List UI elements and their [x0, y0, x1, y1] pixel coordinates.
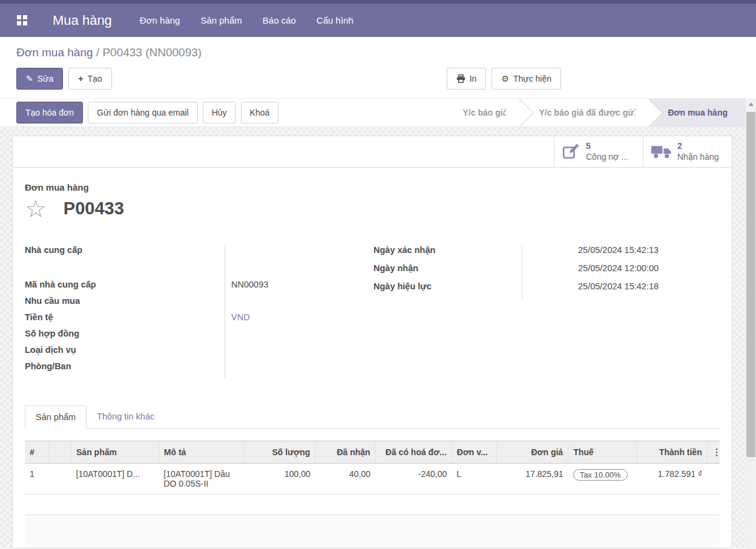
- col-header-index[interactable]: #: [25, 441, 48, 464]
- field-label-receipt-date: Ngày nhận: [373, 263, 522, 281]
- apps-grid-icon[interactable]: [17, 15, 27, 25]
- lock-button[interactable]: Khoá: [241, 102, 279, 123]
- order-lines-table: # Sản phẩm Mô tả Số lượng Đã nhận Đã có …: [25, 441, 720, 495]
- field-value-service-type[interactable]: [225, 345, 359, 361]
- cell-subtotal[interactable]: 1.782.591 ₫: [637, 464, 707, 495]
- status-step-rfq-sent[interactable]: Y/c báo giá đã được gửi: [519, 99, 648, 127]
- cell-quantity[interactable]: 100,00: [244, 464, 315, 495]
- document-type-label: Đơn mua hàng: [25, 182, 720, 192]
- cell-received[interactable]: 40,00: [315, 464, 375, 495]
- field-label-contract-number: Số hợp đồng: [25, 329, 225, 345]
- cell-invoiced[interactable]: -240,00: [375, 464, 452, 495]
- smart-button-debt-label: Công nợ ...: [586, 152, 628, 163]
- col-header-handle: [48, 441, 71, 464]
- field-label-vendor-code: Mã nhà cung cấp: [25, 280, 225, 296]
- pencil-icon: ✎: [26, 74, 33, 83]
- field-value-vendor-code[interactable]: NN00093: [225, 280, 359, 296]
- field-label-currency: Tiền tệ: [25, 312, 225, 329]
- field-label-service-type: Loại dịch vụ: [25, 345, 225, 361]
- plus-icon: +: [78, 74, 83, 83]
- tab-products[interactable]: Sản phẩm: [25, 406, 87, 429]
- field-groups: Nhà cung cấp Mã nhà cung cấp NN00093 Nhu…: [25, 245, 720, 378]
- cell-handle[interactable]: [48, 464, 71, 495]
- breadcrumb-parent-link[interactable]: Đơn mua hàng: [16, 46, 93, 59]
- col-header-uom[interactable]: Đơn v...: [452, 441, 496, 464]
- col-header-subtotal[interactable]: Thành tiền: [637, 441, 707, 464]
- print-button[interactable]: In: [447, 68, 487, 90]
- cancel-button[interactable]: Hủy: [203, 102, 236, 123]
- col-header-product[interactable]: Sản phẩm: [71, 441, 159, 464]
- col-header-description[interactable]: Mô tả: [159, 441, 244, 464]
- smart-button-debt[interactable]: 5 Công nợ ...: [554, 136, 643, 167]
- sheet: 5 Công nợ ... 2 Nhận hàng: [12, 136, 732, 548]
- field-label-vendor: Nhà cung cấp: [25, 245, 225, 280]
- truck-icon: [651, 144, 671, 160]
- cell-uom[interactable]: L: [452, 464, 496, 495]
- field-value-receipt-date[interactable]: 25/05/2024 12:00:00: [522, 263, 720, 281]
- col-header-unit-price[interactable]: Đơn giá: [497, 441, 568, 464]
- field-group-left: Nhà cung cấp Mã nhà cung cấp NN00093 Nhu…: [25, 245, 359, 378]
- scroll-up-icon: [749, 102, 754, 106]
- field-value-department[interactable]: [225, 361, 359, 378]
- totals-section: [25, 514, 720, 548]
- create-invoice-button[interactable]: Tạo hóa đơn: [16, 102, 83, 123]
- col-header-tax[interactable]: Thuế: [568, 441, 637, 464]
- table-row[interactable]: 1 [10AT0001T] D... [10AT0001T] Dầu DO 0.…: [25, 464, 720, 495]
- col-header-invoiced[interactable]: Đã có hoá đơ...: [375, 441, 452, 464]
- scrollbar-thumb[interactable]: [746, 112, 755, 457]
- field-value-confirm-date[interactable]: 25/05/2024 15:42:13: [522, 245, 720, 263]
- tab-other-info[interactable]: Thông tin khác: [87, 406, 165, 428]
- pencil-square-icon: [562, 143, 580, 160]
- control-panel-buttons: ✎ Sửa + Tạo In ⚙ Thực: [0, 68, 756, 90]
- breadcrumb-separator: /: [93, 46, 103, 59]
- document-name: P00433: [64, 199, 124, 219]
- cell-product[interactable]: [10AT0001T] D...: [71, 464, 159, 495]
- navbar: Mua hàng Đơn hàng Sản phẩm Báo cáo Cấu h…: [0, 4, 756, 37]
- vertical-scrollbar[interactable]: [746, 99, 756, 549]
- field-value-contract-number[interactable]: [225, 329, 359, 345]
- col-header-quantity[interactable]: Số lượng: [244, 441, 315, 464]
- action-button[interactable]: ⚙ Thực hiện: [491, 68, 561, 90]
- tax-badge: Tax 10.00%: [573, 469, 628, 481]
- smart-button-receipts-label: Nhận hàng: [677, 152, 719, 163]
- breadcrumb: Đơn mua hàng / P00433 (NN00093): [0, 45, 756, 61]
- create-button[interactable]: + Tạo: [68, 68, 111, 90]
- notebook-tabs: Sản phẩm Thông tin khác: [25, 406, 720, 429]
- table-header-row: # Sản phẩm Mô tả Số lượng Đã nhận Đã có …: [25, 441, 720, 464]
- field-label-purchase-request: Nhu cầu mua: [25, 296, 225, 312]
- smart-button-box: 5 Công nợ ... 2 Nhận hàng: [13, 136, 732, 168]
- statusbar: Tạo hóa đơn Gửi đơn hàng qua email Hủy K…: [0, 98, 746, 127]
- form-view-background: 5 Công nợ ... 2 Nhận hàng: [0, 127, 746, 548]
- status-pipeline: Y/c báo giá Y/c báo giá đã được gửi Đơn …: [444, 99, 746, 127]
- smart-button-receipts-count: 2: [677, 141, 719, 152]
- control-panel: Đơn mua hàng / P00433 (NN00093) ✎ Sửa + …: [0, 37, 756, 98]
- field-value-purchase-request[interactable]: [225, 296, 359, 312]
- column-options-icon[interactable]: ⋮: [712, 447, 720, 457]
- cell-unit-price[interactable]: 17.825,91: [497, 464, 568, 495]
- field-value-vendor[interactable]: [225, 245, 359, 280]
- nav-item-bao-cao[interactable]: Báo cáo: [263, 15, 296, 25]
- smart-button-debt-count: 5: [586, 141, 628, 152]
- field-value-currency[interactable]: VND: [225, 312, 359, 329]
- nav-item-san-pham[interactable]: Sản phẩm: [200, 15, 242, 25]
- field-value-effective-date[interactable]: 25/05/2024 15:42:18: [522, 281, 720, 300]
- printer-icon: [456, 74, 465, 83]
- edit-button[interactable]: ✎ Sửa: [16, 68, 63, 90]
- col-header-received[interactable]: Đã nhận: [315, 441, 375, 464]
- breadcrumb-current: P00433 (NN00093): [102, 46, 202, 59]
- field-group-right: Ngày xác nhận 25/05/2024 15:42:13 Ngày n…: [373, 245, 720, 378]
- cell-tax[interactable]: Tax 10.00%: [568, 464, 637, 495]
- status-step-rfq[interactable]: Y/c báo giá: [444, 99, 520, 127]
- nav-item-cau-hinh[interactable]: Cấu hình: [317, 15, 353, 25]
- app-title[interactable]: Mua hàng: [53, 13, 112, 28]
- nav-item-don-hang[interactable]: Đơn hàng: [140, 15, 180, 25]
- gear-icon: ⚙: [501, 74, 509, 83]
- cell-description[interactable]: [10AT0001T] Dầu DO 0.05S-II: [159, 464, 244, 495]
- send-by-email-button[interactable]: Gửi đơn hàng qua email: [88, 102, 198, 123]
- favorite-star-icon[interactable]: ☆: [25, 199, 47, 219]
- smart-button-receipts[interactable]: 2 Nhận hàng: [643, 136, 732, 167]
- field-label-effective-date: Ngày hiệu lực: [373, 281, 522, 300]
- field-label-department: Phòng/Ban: [25, 361, 225, 378]
- field-label-confirm-date: Ngày xác nhận: [373, 245, 522, 263]
- scrollbar-up-button[interactable]: [746, 99, 756, 110]
